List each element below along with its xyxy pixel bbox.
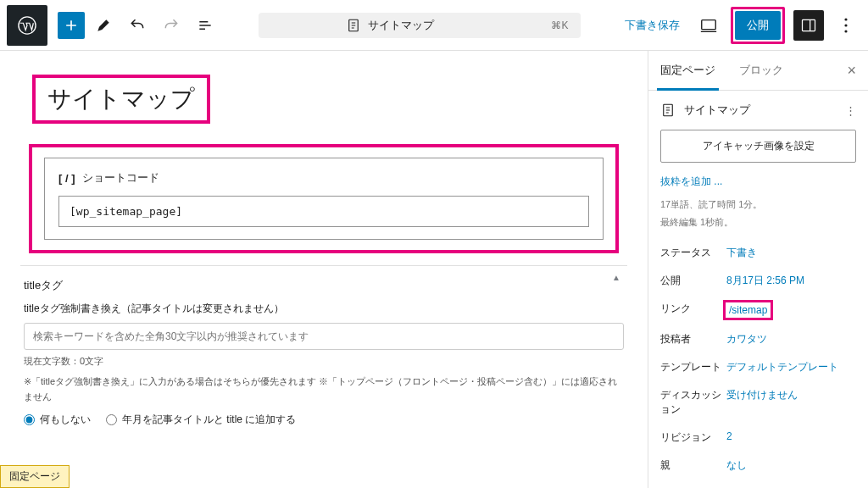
radio-date-label: 年月を記事タイトルと title に追加する bbox=[122, 413, 296, 427]
title-override-input[interactable] bbox=[24, 323, 624, 350]
template-value: デフォルトテンプレート bbox=[726, 360, 838, 374]
row-publish[interactable]: 公開8月17日 2:56 PM bbox=[660, 267, 856, 295]
page-title-input[interactable]: サイトマップ bbox=[47, 83, 195, 115]
add-excerpt-link[interactable]: 抜粋を追加 ... bbox=[648, 175, 868, 197]
svg-rect-2 bbox=[702, 19, 716, 29]
author-value: カワタツ bbox=[726, 332, 767, 347]
more-menu[interactable] bbox=[831, 5, 861, 46]
page-title-highlight: サイトマップ bbox=[32, 75, 210, 124]
author-key: 投稿者 bbox=[660, 332, 726, 347]
pencil-icon bbox=[95, 17, 112, 34]
radio-date-input[interactable] bbox=[106, 414, 117, 425]
metabox-desc: titleタグ強制書き換え（記事タイトルは変更されません） bbox=[24, 302, 624, 316]
discussion-value: 受け付けません bbox=[726, 388, 798, 402]
sidebar-tabs: 固定ページ ブロック × bbox=[648, 51, 868, 91]
radio-row: 何もしない 年月を記事タイトルと title に追加する bbox=[24, 413, 624, 427]
editor-topbar: サイトマップ ⌘K 下書き保存 公開 bbox=[0, 0, 868, 51]
radio-date[interactable]: 年月を記事タイトルと title に追加する bbox=[106, 413, 296, 427]
sidebar-rows: ステータス下書き 公開8月17日 2:56 PM リンク/sitemap 投稿者… bbox=[648, 232, 868, 486]
list-icon bbox=[197, 17, 214, 34]
shortcode-icon: [ / ] bbox=[58, 172, 75, 185]
publish-value: 8月17日 2:56 PM bbox=[726, 274, 804, 288]
set-featured-image-button[interactable]: アイキャッチ画像を設定 bbox=[660, 130, 856, 163]
shortcode-block[interactable]: [ / ] ショートコード [wp_sitemap_page] bbox=[44, 158, 604, 240]
publish-key: 公開 bbox=[660, 274, 726, 288]
document-overview-button[interactable] bbox=[190, 10, 220, 41]
block-label-text: ショートコード bbox=[82, 170, 159, 186]
link-value: /sitemap bbox=[729, 304, 767, 316]
editor-canvas: サイトマップ [ / ] ショートコード [wp_sitemap_page] ▲… bbox=[0, 51, 648, 488]
add-block-button[interactable] bbox=[58, 12, 85, 39]
row-template[interactable]: テンプレートデフォルトテンプレート bbox=[660, 353, 856, 381]
undo-button[interactable] bbox=[122, 10, 153, 41]
wordpress-icon bbox=[18, 16, 36, 35]
redo-icon bbox=[163, 17, 180, 34]
discussion-key: ディスカッション bbox=[660, 388, 726, 417]
link-highlight: /sitemap bbox=[723, 300, 773, 320]
edit-tool[interactable] bbox=[88, 10, 119, 41]
sidebar-header-title: サイトマップ bbox=[684, 103, 750, 118]
radio-none-label: 何もしない bbox=[40, 413, 91, 427]
status-value: 下書き bbox=[726, 246, 757, 260]
page-icon bbox=[660, 103, 676, 118]
sidebar-close[interactable]: × bbox=[835, 62, 868, 80]
collapse-icon[interactable]: ▲ bbox=[612, 273, 620, 282]
redo-button[interactable] bbox=[156, 10, 186, 41]
main-area: サイトマップ [ / ] ショートコード [wp_sitemap_page] ▲… bbox=[0, 51, 868, 488]
svg-point-5 bbox=[844, 24, 847, 26]
svg-point-4 bbox=[844, 18, 847, 20]
plus-icon bbox=[63, 17, 80, 34]
tab-page[interactable]: 固定ページ bbox=[648, 51, 727, 90]
tab-block[interactable]: ブロック bbox=[727, 51, 795, 90]
char-count: 現在文字数：0文字 bbox=[24, 355, 624, 368]
sidebar-header-more[interactable]: ⋮ bbox=[845, 104, 856, 117]
shortcode-input[interactable]: [wp_sitemap_page] bbox=[58, 196, 589, 227]
title-tag-metabox: ▲ titleタグ titleタグ強制書き換え（記事タイトルは変更されません） … bbox=[20, 265, 627, 432]
page-icon bbox=[346, 18, 361, 33]
radio-none-input[interactable] bbox=[24, 414, 35, 425]
shortcode-block-highlight: [ / ] ショートコード [wp_sitemap_page] bbox=[29, 144, 619, 253]
topbar-right: 下書き保存 公開 bbox=[618, 5, 861, 46]
settings-panel-toggle[interactable] bbox=[793, 10, 824, 41]
link-key: リンク bbox=[660, 302, 726, 316]
link-value-wrap: /sitemap bbox=[726, 302, 770, 319]
row-status[interactable]: ステータス下書き bbox=[660, 239, 856, 267]
settings-sidebar: 固定ページ ブロック × サイトマップ ⋮ アイキャッチ画像を設定 抜粋を追加 … bbox=[648, 51, 868, 488]
row-discussion[interactable]: ディスカッション受け付けません bbox=[660, 381, 856, 424]
command-shortcut: ⌘K bbox=[551, 19, 568, 31]
svg-rect-3 bbox=[803, 19, 815, 30]
footer-breadcrumb: 固定ページ bbox=[0, 465, 70, 488]
row-link[interactable]: リンク/sitemap bbox=[660, 295, 856, 325]
undo-icon bbox=[129, 17, 146, 34]
document-title-wrap: サイトマップ ⌘K bbox=[224, 13, 615, 38]
metabox-title[interactable]: titleタグ bbox=[24, 274, 624, 302]
status-key: ステータス bbox=[660, 246, 726, 260]
metabox-help: ※「titleタグ強制書き換え」に入力がある場合はそちらが優先されます ※「トッ… bbox=[24, 374, 624, 404]
publish-button[interactable]: 公開 bbox=[735, 11, 781, 40]
wordpress-logo[interactable] bbox=[7, 5, 47, 46]
revision-value: 2 bbox=[726, 430, 732, 442]
parent-value: なし bbox=[726, 458, 747, 473]
footer-tab-page[interactable]: 固定ページ bbox=[0, 465, 70, 488]
preview-button[interactable] bbox=[693, 10, 724, 41]
document-title-text: サイトマップ bbox=[368, 18, 434, 33]
sidebar-icon bbox=[800, 17, 817, 34]
row-author[interactable]: 投稿者カワタツ bbox=[660, 325, 856, 353]
last-edited: 最終編集 1秒前。 bbox=[648, 215, 868, 233]
block-label: [ / ] ショートコード bbox=[58, 170, 589, 186]
parent-key: 親 bbox=[660, 458, 726, 473]
document-title-bar[interactable]: サイトマップ ⌘K bbox=[259, 13, 581, 38]
word-count: 17単語、読了時間 1分。 bbox=[648, 197, 868, 215]
desktop-icon bbox=[699, 16, 718, 35]
save-draft-button[interactable]: 下書き保存 bbox=[618, 13, 687, 38]
row-revision[interactable]: リビジョン2 bbox=[660, 424, 856, 452]
kebab-icon bbox=[844, 18, 848, 33]
revision-key: リビジョン bbox=[660, 430, 726, 445]
template-key: テンプレート bbox=[660, 360, 726, 374]
row-parent[interactable]: 親なし bbox=[660, 452, 856, 480]
publish-highlight: 公開 bbox=[731, 7, 785, 44]
sidebar-header: サイトマップ ⋮ bbox=[648, 91, 868, 130]
svg-point-6 bbox=[844, 30, 847, 32]
radio-none[interactable]: 何もしない bbox=[24, 413, 91, 427]
